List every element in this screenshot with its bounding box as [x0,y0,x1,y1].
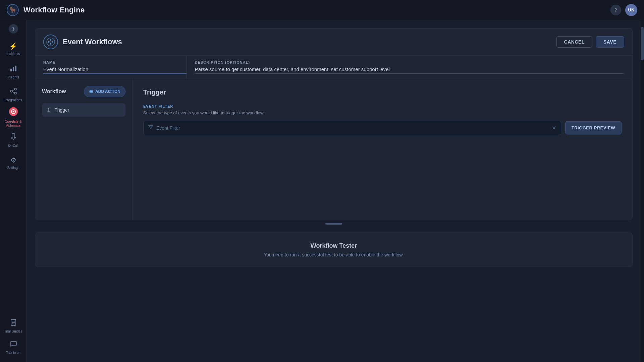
svg-point-20 [48,41,49,43]
logo-icon: 🐂 [7,4,19,16]
app-title: Workflow Engine [23,6,85,14]
svg-rect-3 [13,67,14,71]
workflow-list: Workflow ⊕ ADD ACTION 1 Trigger [35,79,132,220]
event-filter-input[interactable]: Event Filter ✕ [143,121,561,135]
event-filter-label: EVENT FILTER [143,104,622,108]
card-header-left: Event Workflows [43,35,122,49]
svg-point-5 [10,90,12,92]
card-header: Event Workflows CANCEL SAVE [35,28,632,56]
topbar: 🐂 Workflow Engine ? UN [0,0,644,20]
sidebar-label-incidents: Incidents [6,52,20,56]
svg-point-12 [13,111,14,112]
trigger-detail-title: Trigger [143,88,622,96]
sidebar-label-oncall: OnCall [8,144,18,147]
save-button[interactable]: SAVE [596,36,624,48]
plus-icon: ⊕ [89,88,93,95]
integrations-icon [10,87,17,97]
form-row: NAME DESCRIPTION (Optional) [35,56,632,79]
event-filter-desc: Select the type of events you would like… [143,110,622,115]
event-filter-input-row: Event Filter ✕ TRIGGER PREVIEW [143,121,622,135]
card-actions: CANCEL SAVE [556,36,624,48]
sidebar-item-talk-to-us[interactable]: Talk to us [3,337,24,358]
settings-icon: ⚙ [10,156,16,164]
svg-point-22 [52,41,53,43]
correlate-icon [9,107,18,118]
event-filter-clear-icon[interactable]: ✕ [552,125,556,131]
sidebar-item-trial-guides[interactable]: Trial Guides [3,315,24,337]
user-avatar[interactable]: UN [625,4,637,16]
svg-rect-4 [15,66,16,71]
trigger-detail-panel: Trigger EVENT FILTER Select the type of … [132,79,632,220]
add-action-button[interactable]: ⊕ ADD ACTION [84,86,125,97]
workflow-tester-title: Workflow Tester [45,242,623,249]
svg-point-7 [14,92,16,94]
trigger-preview-button[interactable]: TRIGGER PREVIEW [565,121,622,134]
sidebar: ❯ ⚡ Incidents Insights [0,20,27,362]
name-input[interactable] [43,66,186,74]
insights-icon [10,65,17,74]
add-action-label: ADD ACTION [95,89,120,94]
svg-point-21 [50,39,51,41]
event-filter-placeholder: Event Filter [156,125,548,131]
drag-handle[interactable] [325,223,342,225]
description-label: DESCRIPTION (Optional) [195,60,624,64]
sidebar-expand-button[interactable]: ❯ [9,24,18,34]
svg-rect-2 [10,69,12,71]
description-input[interactable] [195,66,624,74]
incidents-icon: ⚡ [9,42,17,50]
svg-point-6 [14,88,16,90]
workflow-tester-description: You need to run a successful test to be … [45,252,623,257]
talk-to-us-icon [10,340,17,349]
workflow-tester-panel: Workflow Tester You need to run a succes… [35,233,633,267]
sidebar-item-oncall[interactable]: OnCall [3,129,24,151]
help-button[interactable]: ? [610,5,621,15]
sidebar-label-talk-to-us: Talk to us [6,351,20,355]
content-area: Event Workflows CANCEL SAVE NAME DESCRIP… [27,20,641,362]
sidebar-item-settings[interactable]: ⚙ Settings [3,152,24,174]
svg-line-8 [12,89,14,91]
sidebar-label-insights: Insights [7,75,19,79]
sidebar-label-correlate: Correlate &Automate [5,120,22,128]
name-label: NAME [43,60,186,64]
oncall-icon [10,133,17,142]
svg-text:🐂: 🐂 [9,7,16,13]
scrollbar-thumb[interactable] [641,27,644,60]
svg-point-19 [47,38,55,46]
sidebar-item-correlate[interactable]: Correlate &Automate [3,107,24,128]
main-layout: ❯ ⚡ Incidents Insights [0,20,644,362]
topbar-right: ? UN [610,4,637,16]
svg-rect-13 [12,133,15,138]
sidebar-item-insights[interactable]: Insights [3,61,24,82]
workflow-section: Workflow ⊕ ADD ACTION 1 Trigger Trigger [35,79,632,220]
svg-point-23 [50,43,51,45]
sidebar-item-incidents[interactable]: ⚡ Incidents [3,38,24,60]
workflow-list-header: Workflow ⊕ ADD ACTION [42,86,125,97]
main-card: Event Workflows CANCEL SAVE NAME DESCRIP… [35,28,633,220]
cancel-button[interactable]: CANCEL [556,36,592,48]
workflow-icon [43,35,58,49]
name-field: NAME [43,56,186,79]
sidebar-label-trial-guides: Trial Guides [4,329,22,333]
svg-line-9 [12,92,14,93]
sidebar-item-integrations[interactable]: Integrations [3,84,24,105]
scrollbar-track [641,20,644,362]
trial-guides-icon [10,319,17,328]
workflow-section-title: Workflow [42,88,66,95]
description-field: DESCRIPTION (Optional) [186,56,624,79]
trigger-list-label: Trigger [55,107,69,113]
card-title: Event Workflows [63,38,122,46]
filter-icon [148,125,153,131]
sidebar-label-settings: Settings [7,166,19,170]
sidebar-label-integrations: Integrations [4,98,22,102]
trigger-list-item[interactable]: 1 Trigger [42,103,125,117]
trigger-number: 1 [47,107,50,113]
sidebar-bottom: Trial Guides Talk to us [3,315,24,358]
